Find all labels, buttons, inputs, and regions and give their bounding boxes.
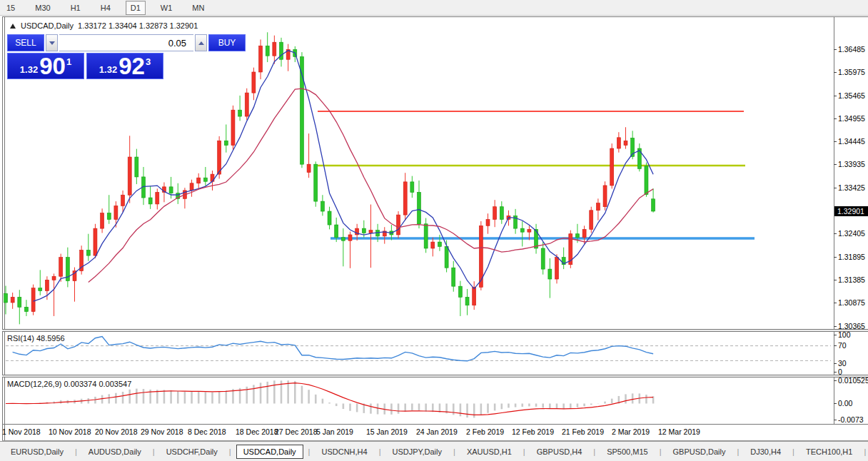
macd-label: MACD(12,26,9) 0.003374 0.003547 xyxy=(7,380,131,388)
macd-axis-tick xyxy=(834,403,837,404)
tab-separator: | xyxy=(523,447,525,456)
price-axis-label: 1.34445 xyxy=(838,137,865,146)
chart-collapse-icon[interactable] xyxy=(10,24,16,29)
price-axis-tick xyxy=(834,72,837,73)
tab-gbpusd-daily[interactable]: GBPUSD,Daily xyxy=(666,445,732,458)
date-axis-label: 24 Jan 2019 xyxy=(416,427,458,436)
volume-input[interactable] xyxy=(59,34,193,51)
rsi-axis-tick xyxy=(834,345,837,346)
macd-axis-label: 0.00 xyxy=(838,399,852,407)
macd-axis-label: 0.010525 xyxy=(838,376,868,385)
price-axis-label: 1.34955 xyxy=(838,114,865,123)
macd-axis-tick xyxy=(834,420,837,420)
price-axis-tick xyxy=(834,96,837,96)
price-axis-tick xyxy=(834,49,837,50)
date-axis-label: 8 Dec 2018 xyxy=(188,427,226,436)
tab-sp500-m15[interactable]: SP500,M15 xyxy=(600,445,654,458)
sell-price-pip: 1 xyxy=(66,56,71,67)
tab-audusd-daily[interactable]: AUDUSD,Daily xyxy=(82,445,148,458)
rsi-axis-tick xyxy=(834,363,837,364)
date-axis-label: 2 Mar 2019 xyxy=(612,427,650,436)
price-axis-tick xyxy=(834,303,837,303)
tab-eurusd-daily[interactable]: EURUSD,Daily xyxy=(4,445,70,458)
tab-separator: | xyxy=(75,447,77,456)
date-axis-label: 2 Feb 2019 xyxy=(466,427,504,436)
tab-separator: | xyxy=(308,447,311,456)
buy-price-box[interactable]: 1.32 92 3 xyxy=(86,53,163,79)
tab-usdcad-daily[interactable]: USDCAD,Daily xyxy=(236,445,303,459)
date-axis-label: 5 Jan 2019 xyxy=(316,427,353,436)
macd-axis-label: -0.0073 xyxy=(838,415,864,424)
mt4-window: 15M30H1H4D1W1MN USDCAD,Daily 1.33172 1.3… xyxy=(0,0,868,461)
price-axis-label: 1.30365 xyxy=(838,322,865,330)
rsi-axis-tick xyxy=(834,372,837,373)
tab-gbpusd-h4[interactable]: GBPUSD,H4 xyxy=(530,445,589,458)
tab-xauusd-h1[interactable]: XAUUSD,H1 xyxy=(460,445,518,458)
price-axis-label: 1.35465 xyxy=(838,91,865,100)
price-axis-label: 1.31385 xyxy=(838,275,865,284)
price-axis-tick xyxy=(834,326,837,327)
price-axis-label: 1.36485 xyxy=(838,45,865,54)
chart-title: USDCAD,Daily 1.33172 1.33404 1.32873 1.3… xyxy=(10,21,198,30)
price-axis-label: 1.31895 xyxy=(838,253,865,261)
date-axis-label: 10 Nov 2018 xyxy=(49,427,91,436)
volume-decrease-button[interactable] xyxy=(46,34,58,51)
sell-price-box[interactable]: 1.32 90 1 xyxy=(7,53,84,79)
price-axis-label: 1.33425 xyxy=(838,183,865,192)
rsi-axis-label: 0 xyxy=(838,368,842,376)
tab-separator: | xyxy=(737,447,739,456)
date-axis-label: 21 Feb 2019 xyxy=(562,427,604,436)
current-price-badge: 1.32901 xyxy=(834,206,868,216)
buy-button[interactable]: BUY xyxy=(208,34,246,51)
price-axis-tick xyxy=(834,257,837,258)
date-axis-label: 29 Nov 2018 xyxy=(141,427,183,436)
rsi-axis-label: 100 xyxy=(838,330,851,339)
date-axis-label: 15 Jan 2019 xyxy=(366,427,408,436)
sell-button[interactable]: SELL xyxy=(7,34,44,51)
buy-price-big: 92 xyxy=(118,56,145,77)
price-axis-tick xyxy=(834,164,837,165)
buy-price-prefix: 1.32 xyxy=(99,64,117,75)
volume-increase-button[interactable] xyxy=(195,34,207,51)
tab-separator: | xyxy=(660,447,662,456)
date-axis-label: 12 Feb 2019 xyxy=(512,427,554,436)
one-click-trading-panel: SELL BUY 1.32 90 1 1.32 92 3 xyxy=(7,34,163,79)
tab-usdjpy-daily[interactable]: USDJPY,Daily xyxy=(386,445,449,458)
tab-separator: | xyxy=(229,447,231,456)
tab-separator: | xyxy=(792,447,794,456)
rsi-axis-label: 30 xyxy=(838,359,847,368)
rsi-label: RSI(14) 48.5956 xyxy=(7,334,65,343)
tab-tech100-h1[interactable]: TECH100,H1 xyxy=(799,445,859,458)
buy-price-pip: 3 xyxy=(146,56,151,67)
price-axis-tick xyxy=(834,141,837,142)
date-axis-label: 18 Dec 2018 xyxy=(236,427,278,436)
price-axis-label: 1.30875 xyxy=(838,298,865,307)
macd-axis-tick xyxy=(834,380,837,381)
tab-usdcnh-h4[interactable]: USDCNH,H4 xyxy=(315,445,373,458)
rsi-axis-label: 70 xyxy=(838,341,847,350)
price-axis-label: 1.35975 xyxy=(838,68,865,76)
chart-ohlc-values: 1.33172 1.33404 1.32873 1.32901 xyxy=(78,21,198,30)
tab-separator: | xyxy=(864,447,866,456)
sell-price-prefix: 1.32 xyxy=(20,64,38,75)
tab-separator: | xyxy=(593,447,595,456)
price-axis-label: 1.33935 xyxy=(838,160,865,168)
tab-separator: | xyxy=(153,447,155,456)
tab-dj30-h4[interactable]: DJ30,H4 xyxy=(744,445,787,458)
arrow-down-icon xyxy=(49,41,55,45)
tab-usdchf-daily[interactable]: USDCHF,Daily xyxy=(160,445,224,458)
date-axis-label: 27 Dec 2018 xyxy=(275,427,318,436)
tab-separator: | xyxy=(453,447,455,456)
symbol-tabs-bar: EURUSD,Daily|AUDUSD,Daily|USDCHF,Daily|U… xyxy=(0,441,868,461)
arrow-up-icon xyxy=(198,41,204,45)
rsi-axis-tick xyxy=(834,335,837,335)
price-axis-tick xyxy=(834,188,837,188)
price-axis-label: 1.32405 xyxy=(838,229,865,238)
price-axis-tick xyxy=(834,118,837,119)
tab-separator: | xyxy=(379,447,381,456)
date-axis-label: 20 Nov 2018 xyxy=(95,427,138,436)
chart-symbol-label: USDCAD,Daily xyxy=(21,21,74,30)
price-axis-tick xyxy=(834,280,837,280)
date-axis-label: 1 Nov 2018 xyxy=(2,427,41,436)
price-axis-tick xyxy=(834,233,837,234)
